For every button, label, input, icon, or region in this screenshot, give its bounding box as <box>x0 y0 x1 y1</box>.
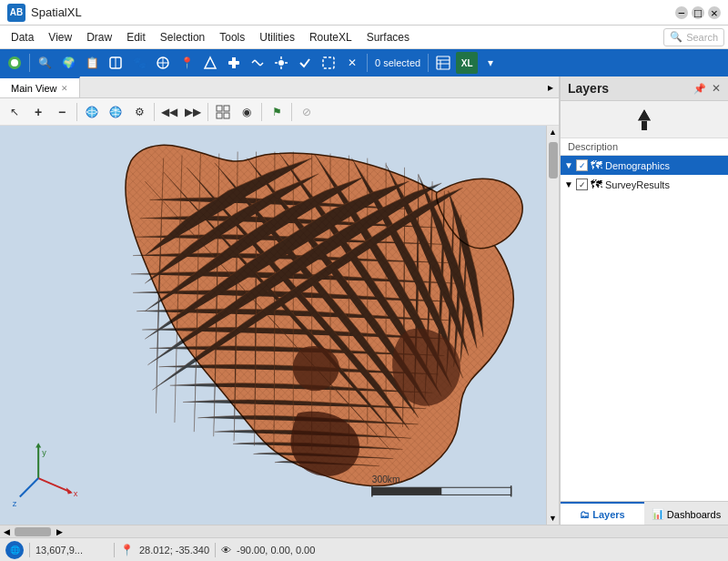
menu-tools[interactable]: Tools <box>212 28 252 46</box>
status-view-icon: 👁 <box>221 545 231 556</box>
status-location: 28.012; -35.340 <box>139 545 209 556</box>
menu-selection[interactable]: Selection <box>153 28 212 46</box>
tab-dashboards[interactable]: 📊 Dashboards <box>644 502 728 525</box>
layers-header-controls: 📌 ✕ <box>693 82 721 95</box>
layers-panel: Layers 📌 ✕ Description ▼ ✓ 🗺 Demogr <box>560 76 728 525</box>
menu-bar: Data View Draw Edit Selection Tools Util… <box>0 26 728 49</box>
svg-rect-44 <box>372 487 441 495</box>
layers-tabs: 🗂 Layers 📊 Dashboards <box>561 501 728 525</box>
toolbar-btn-7[interactable] <box>152 52 174 74</box>
layers-tab-icon: 🗂 <box>580 509 590 520</box>
search-icon: 🔍 <box>670 31 682 43</box>
layers-close-icon[interactable]: ✕ <box>712 82 721 95</box>
main-view-tab[interactable]: Main View ✕ <box>0 76 80 97</box>
tab-scroll-right[interactable]: ▸ <box>542 81 559 94</box>
layers-pin-icon[interactable]: 📌 <box>693 83 706 95</box>
select-tool-btn[interactable]: ↖ <box>4 101 25 123</box>
zoom-in-btn[interactable]: + <box>27 101 49 123</box>
dashboards-tab-label: Dashboards <box>667 509 721 520</box>
dot-btn[interactable]: ◉ <box>236 101 258 123</box>
svg-rect-8 <box>228 61 239 65</box>
svg-rect-28 <box>217 106 222 111</box>
map-toolbar-sep-2 <box>154 103 155 121</box>
tab-close-icon[interactable]: ✕ <box>61 84 68 93</box>
svg-line-12 <box>255 60 260 66</box>
svg-text:300km: 300km <box>372 474 400 484</box>
app-icon: AB <box>7 4 25 22</box>
search-box[interactable]: 🔍 Search <box>663 28 724 46</box>
menu-edit[interactable]: Edit <box>119 28 153 46</box>
forward-btn[interactable]: ▶▶ <box>182 101 204 123</box>
toolbar-btn-1[interactable] <box>4 52 25 74</box>
toolbar-btn-6[interactable]: 🐾 <box>128 52 150 74</box>
menu-surfaces[interactable]: Surfaces <box>359 28 417 46</box>
svg-rect-20 <box>437 56 450 69</box>
toolbar-btn-8[interactable]: 📍 <box>176 52 197 74</box>
toolbar-btn-11[interactable] <box>247 52 268 74</box>
layer-label-demographics: Demographics <box>605 160 724 171</box>
flag-btn[interactable]: ⚑ <box>266 101 288 123</box>
toolbar-btn-2[interactable]: 🔍 <box>34 52 56 74</box>
toolbar-btn-select[interactable] <box>318 52 339 74</box>
toolbar-btn-9[interactable] <box>199 52 221 74</box>
h-scroll-thumb[interactable] <box>15 527 51 536</box>
toolbar-sep-2 <box>367 54 368 72</box>
layers-header: Layers 📌 ✕ <box>561 76 728 101</box>
back-btn[interactable]: ◀◀ <box>158 101 180 123</box>
toolbar-btn-10[interactable] <box>223 52 245 74</box>
menu-draw[interactable]: Draw <box>79 28 119 46</box>
layer-checkbox-demographics[interactable]: ✓ <box>576 159 588 171</box>
down-arrow-indicator <box>561 101 728 138</box>
toolbar-btn-4[interactable]: 📋 <box>81 52 103 74</box>
layer-checkbox-survey[interactable]: ✓ <box>576 178 588 190</box>
title-controls[interactable]: − □ × <box>675 6 721 19</box>
scroll-up-arrow[interactable]: ▲ <box>547 126 560 138</box>
horizontal-scrollbar[interactable]: ◀ ▶ <box>0 525 728 537</box>
toolbar-dropdown-btn[interactable]: ▾ <box>480 52 501 74</box>
svg-text:y: y <box>42 448 46 457</box>
toolbar-btn-13[interactable] <box>294 52 316 74</box>
toolbar-btn-12[interactable] <box>270 52 292 74</box>
tab-layers[interactable]: 🗂 Layers <box>561 502 644 525</box>
toolbar-btn-3[interactable]: 🌍 <box>57 52 79 74</box>
h-scroll-right[interactable]: ▶ <box>53 525 66 538</box>
layer-item-surveyresults[interactable]: ▼ ✓ 🗺 SurveyResults <box>561 175 728 194</box>
map-svg: y x z 300km <box>0 126 559 525</box>
svg-rect-31 <box>224 113 229 118</box>
svg-text:x: x <box>74 489 78 498</box>
h-scroll-left[interactable]: ◀ <box>0 525 13 538</box>
map-toolbar-sep-5 <box>291 103 292 121</box>
svg-line-13 <box>260 63 263 66</box>
toolbar-sep-3 <box>428 54 429 72</box>
map-vertical-scrollbar[interactable]: ▲ ▼ <box>546 126 559 525</box>
dashboards-tab-icon: 📊 <box>652 508 664 520</box>
zoom-out-btn[interactable]: − <box>51 101 73 123</box>
toolbar-btn-x[interactable]: ✕ <box>341 52 363 74</box>
grid-btn[interactable] <box>212 101 234 123</box>
globe-btn-1[interactable] <box>81 101 103 123</box>
toolbar-btn-5[interactable] <box>105 52 126 74</box>
svg-point-14 <box>278 60 284 66</box>
layer-item-demographics[interactable]: ▼ ✓ 🗺 Demographics <box>561 156 728 175</box>
layer-icon-survey: 🗺 <box>591 178 602 191</box>
scroll-thumb[interactable] <box>549 142 558 178</box>
globe-btn-2[interactable] <box>105 101 126 123</box>
close-button[interactable]: × <box>708 6 721 19</box>
menu-utilities[interactable]: Utilities <box>252 28 302 46</box>
menu-view[interactable]: View <box>41 28 79 46</box>
tab-label: Main View <box>11 83 57 94</box>
settings-btn[interactable]: ⚙ <box>128 101 150 123</box>
cancel-btn[interactable]: ⊘ <box>296 101 318 123</box>
minimize-button[interactable]: − <box>675 6 688 19</box>
toolbar-table-btn[interactable] <box>432 52 454 74</box>
map-toolbar-sep-3 <box>207 103 208 121</box>
maximize-button[interactable]: □ <box>692 6 704 19</box>
menu-routexl[interactable]: RouteXL <box>302 28 359 46</box>
menu-data[interactable]: Data <box>4 28 41 46</box>
status-crs-icon[interactable]: 🌐 <box>5 541 24 559</box>
map-canvas[interactable]: y x z 300km <box>0 126 559 525</box>
scroll-down-arrow[interactable]: ▼ <box>547 512 560 525</box>
status-bar: 🌐 13,607,9... 📍 28.012; -35.340 👁 -90.00… <box>0 537 728 561</box>
svg-line-11 <box>252 60 255 63</box>
toolbar-excel-btn[interactable]: XL <box>456 52 478 74</box>
